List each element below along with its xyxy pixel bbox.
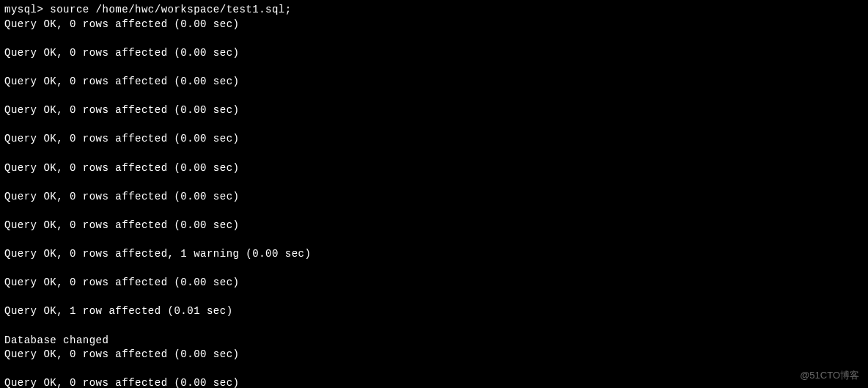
output-line: Query OK, 0 rows affected (0.00 sec) xyxy=(4,161,864,176)
blank-line xyxy=(4,204,864,219)
output-line: Query OK, 0 rows affected (0.00 sec) xyxy=(4,103,864,118)
blank-line xyxy=(4,175,864,190)
mysql-command: source /home/hwc/workspace/test1.sql; xyxy=(50,4,291,15)
blank-line xyxy=(4,362,864,377)
blank-line xyxy=(4,290,864,305)
output-line: Query OK, 0 rows affected (0.00 sec) xyxy=(4,190,864,205)
blank-line xyxy=(4,319,864,334)
mysql-prompt-line: mysql> source /home/hwc/workspace/test1.… xyxy=(4,3,864,18)
output-line: Query OK, 0 rows affected (0.00 sec) xyxy=(4,75,864,89)
output-lines-container: Query OK, 0 rows affected (0.00 sec)Quer… xyxy=(4,18,864,388)
mysql-prompt-prefix: mysql> xyxy=(4,4,50,15)
blank-line xyxy=(4,60,864,75)
output-line: Query OK, 0 rows affected (0.00 sec) xyxy=(4,132,864,147)
blank-line xyxy=(4,32,864,46)
output-line: Query OK, 0 rows affected (0.00 sec) xyxy=(4,18,864,32)
blank-line xyxy=(4,233,864,248)
output-line: Query OK, 0 rows affected (0.00 sec) xyxy=(4,348,864,362)
output-line: Query OK, 0 rows affected (0.00 sec) xyxy=(4,219,864,233)
blank-line xyxy=(4,262,864,277)
output-line: Query OK, 0 rows affected (0.00 sec) xyxy=(4,376,864,388)
blank-line xyxy=(4,147,864,161)
output-line: Query OK, 0 rows affected, 1 warning (0.… xyxy=(4,247,864,262)
watermark-text: @51CTO博客 xyxy=(800,369,859,382)
output-line: Query OK, 0 rows affected (0.00 sec) xyxy=(4,276,864,290)
terminal-output: mysql> source /home/hwc/workspace/test1.… xyxy=(4,3,864,388)
output-line: Database changed xyxy=(4,334,864,348)
blank-line xyxy=(4,89,864,104)
output-line: Query OK, 0 rows affected (0.00 sec) xyxy=(4,46,864,61)
blank-line xyxy=(4,118,864,133)
output-line: Query OK, 1 row affected (0.01 sec) xyxy=(4,304,864,319)
